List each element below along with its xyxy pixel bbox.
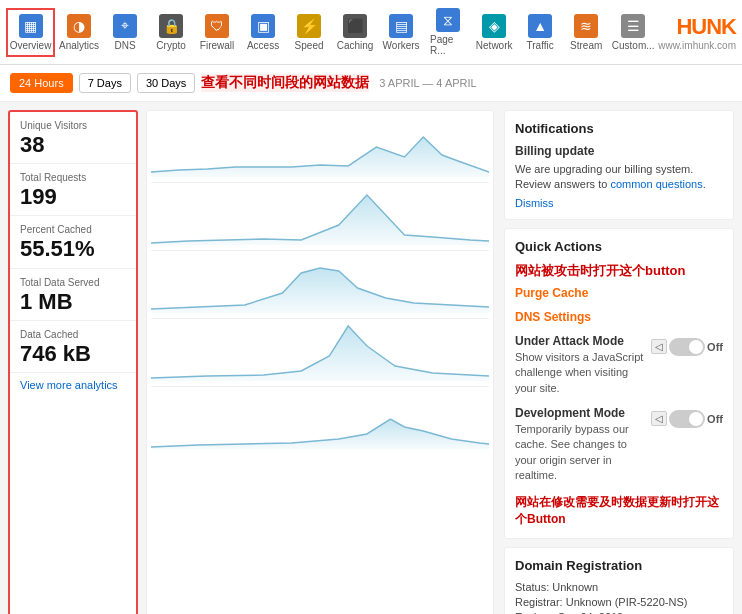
stat-total-requests: Total Requests 199	[10, 164, 136, 216]
stats-panel: Unique Visitors 38 Total Requests 199 Pe…	[8, 110, 138, 614]
nav-item-access[interactable]: ▣ Access	[241, 10, 285, 55]
nav-item-dns[interactable]: ⌖ DNS	[103, 10, 147, 55]
domain-section: Domain Registration Status: Unknown Regi…	[504, 547, 734, 614]
dev-mode-off-label: Off	[707, 413, 723, 425]
custom-icon: ☰	[621, 14, 645, 38]
main-content: Unique Visitors 38 Total Requests 199 Pe…	[0, 102, 742, 614]
time-btn-30d[interactable]: 30 Days	[137, 73, 195, 93]
network-icon: ◈	[482, 14, 506, 38]
under-attack-toggle-pipe: ◁	[651, 339, 667, 354]
domain-expires: Expires: Sep 24, 2019	[515, 611, 723, 614]
stat-label-tr: Total Requests	[20, 172, 126, 183]
dev-mode-row: Development Mode Temporarily bypass our …	[515, 406, 723, 484]
nav-label-firewall: Firewall	[200, 40, 234, 51]
update-annotation: 网站在修改需要及时数据更新时打开这个Button	[515, 494, 723, 528]
view-more-analytics[interactable]: View more analytics	[10, 373, 136, 397]
nav-item-custom[interactable]: ☰ Custom...	[610, 10, 656, 55]
nav-item-traffic[interactable]: ▲ Traffic	[518, 10, 562, 55]
chart-total-requests	[151, 183, 489, 251]
under-attack-knob	[689, 340, 703, 354]
stat-label-uv: Unique Visitors	[20, 120, 126, 131]
nav-item-caching[interactable]: ⬛ Caching	[333, 10, 377, 55]
under-attack-desc: Show visitors a JavaScript challenge whe…	[515, 350, 645, 396]
billing-subtitle: Billing update	[515, 144, 723, 158]
common-questions-link[interactable]: common questions	[610, 178, 702, 190]
date-range: 3 APRIL — 4 APRIL	[379, 77, 476, 89]
nav-label-pager: Page R...	[430, 34, 465, 56]
dns-settings-action: DNS Settings	[515, 310, 723, 324]
analytics-icon: ◑	[67, 14, 91, 38]
caching-icon: ⬛	[343, 14, 367, 38]
stream-icon: ≋	[574, 14, 598, 38]
stat-total-data: Total Data Served 1 MB	[10, 269, 136, 321]
stat-value-dc: 746 kB	[20, 342, 126, 366]
nav-label-custom: Custom...	[612, 40, 655, 51]
domain-registrar: Registrar: Unknown (PIR-5220-NS)	[515, 596, 723, 608]
firewall-icon: 🛡	[205, 14, 229, 38]
nav-label-speed: Speed	[295, 40, 324, 51]
traffic-icon: ▲	[528, 14, 552, 38]
time-annotation: 查看不同时间段的网站数据	[201, 74, 369, 92]
logo-text: HUNK	[658, 14, 736, 40]
speed-icon: ⚡	[297, 14, 321, 38]
domain-title: Domain Registration	[515, 558, 723, 573]
dev-mode-desc: Temporarily bypass our cache. See change…	[515, 422, 645, 484]
nav-label-caching: Caching	[337, 40, 374, 51]
stat-value-uv: 38	[20, 133, 126, 157]
time-btn-7d[interactable]: 7 Days	[79, 73, 131, 93]
chart-data-cached	[151, 387, 489, 455]
nav-item-speed[interactable]: ⚡ Speed	[287, 10, 331, 55]
nav-label-stream: Stream	[570, 40, 602, 51]
nav-item-network[interactable]: ◈ Network	[472, 10, 516, 55]
overview-icon: ▦	[19, 14, 43, 38]
charts-panel	[146, 110, 494, 614]
nav-label-crypto: Crypto	[156, 40, 185, 51]
domain-status: Status: Unknown	[515, 581, 723, 593]
nav-label-network: Network	[476, 40, 513, 51]
nav-item-stream[interactable]: ≋ Stream	[564, 10, 608, 55]
logo-area: HUNK www.imhunk.com	[658, 14, 736, 51]
notifications-section: Notifications Billing update We are upgr…	[504, 110, 734, 220]
dismiss-link[interactable]: Dismiss	[515, 197, 723, 209]
billing-text: We are upgrading our billing system. Rev…	[515, 162, 723, 193]
dev-mode-knob	[689, 412, 703, 426]
crypto-icon: 🔒	[159, 14, 183, 38]
dev-mode: Development Mode Temporarily bypass our …	[515, 406, 723, 484]
nav-item-pager[interactable]: ⧖ Page R...	[425, 4, 470, 60]
stat-data-cached: Data Cached 746 kB	[10, 321, 136, 373]
time-btn-24h[interactable]: 24 Hours	[10, 73, 73, 93]
nav-label-overview: Overview	[10, 40, 52, 51]
stat-value-pc: 55.51%	[20, 237, 126, 261]
chart-percent-cached	[151, 251, 489, 319]
workers-icon: ▤	[389, 14, 413, 38]
quick-actions-title: Quick Actions	[515, 239, 723, 254]
nav-label-analytics: Analytics	[59, 40, 99, 51]
nav-item-firewall[interactable]: 🛡 Firewall	[195, 10, 239, 55]
notifications-title: Notifications	[515, 121, 723, 136]
under-attack-title: Under Attack Mode	[515, 334, 645, 348]
right-panel: Notifications Billing update We are upgr…	[504, 110, 734, 614]
stat-unique-visitors: Unique Visitors 38	[10, 112, 136, 164]
under-attack-mode: Under Attack Mode Show visitors a JavaSc…	[515, 334, 723, 396]
dev-mode-title: Development Mode	[515, 406, 645, 420]
under-attack-toggle[interactable]	[669, 338, 705, 356]
nav-item-workers[interactable]: ▤ Workers	[379, 10, 423, 55]
purge-cache-action: Purge Cache	[515, 286, 723, 300]
dev-mode-toggle[interactable]	[669, 410, 705, 428]
chart-unique-visitors	[151, 115, 489, 183]
time-bar: 24 Hours 7 Days 30 Days 查看不同时间段的网站数据 3 A…	[0, 65, 742, 102]
purge-cache-link[interactable]: Purge Cache	[515, 286, 723, 300]
top-navigation: ▦ Overview ◑ Analytics ⌖ DNS 🔒 Crypto 🛡 …	[0, 0, 742, 65]
stat-value-tr: 199	[20, 185, 126, 209]
stat-label-pc: Percent Cached	[20, 224, 126, 235]
under-attack-toggle-container: ◁ Off	[651, 338, 723, 356]
dns-icon: ⌖	[113, 14, 137, 38]
nav-item-analytics[interactable]: ◑ Analytics	[57, 10, 101, 55]
attack-annotation: 网站被攻击时打开这个button	[515, 262, 723, 280]
nav-label-workers: Workers	[383, 40, 420, 51]
dns-settings-link[interactable]: DNS Settings	[515, 310, 723, 324]
nav-item-overview[interactable]: ▦ Overview	[6, 8, 55, 57]
stat-label-dc: Data Cached	[20, 329, 126, 340]
under-attack-off-label: Off	[707, 341, 723, 353]
nav-item-crypto[interactable]: 🔒 Crypto	[149, 10, 193, 55]
